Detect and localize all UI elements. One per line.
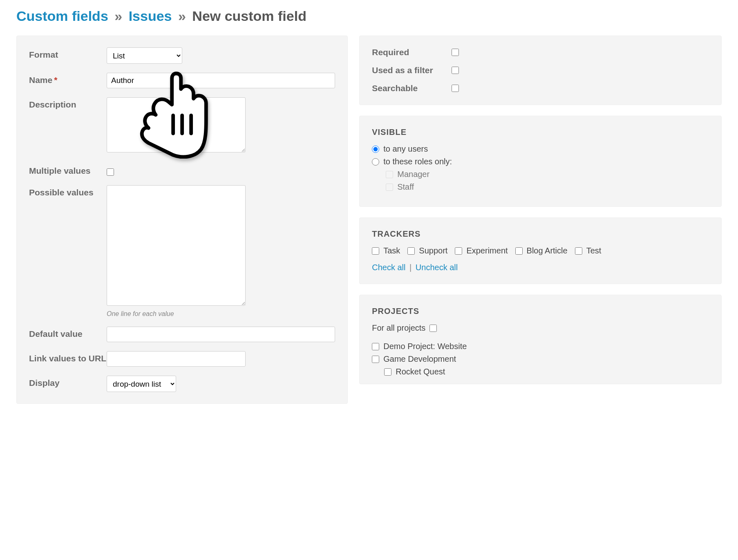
tracker-support-label: Support <box>419 246 447 255</box>
project-game-label: Game Development <box>383 354 456 364</box>
tracker-task-label: Task <box>383 246 400 255</box>
visible-roles-label: to these roles only: <box>383 157 452 166</box>
project-rocket-checkbox[interactable] <box>384 368 391 376</box>
role-staff-checkbox[interactable] <box>386 184 393 191</box>
name-label: Name* <box>29 73 107 85</box>
default-value-label: Default value <box>29 327 107 339</box>
visible-any-label: to any users <box>383 144 428 154</box>
tracker-test-label: Test <box>586 246 602 255</box>
role-manager-checkbox[interactable] <box>386 171 393 178</box>
required-checkbox[interactable] <box>452 49 459 56</box>
tracker-blog-checkbox[interactable] <box>515 247 523 255</box>
format-label: Format <box>29 47 107 60</box>
multiple-values-checkbox[interactable] <box>107 168 114 176</box>
project-game-checkbox[interactable] <box>372 356 379 363</box>
project-rocket-label: Rocket Quest <box>396 367 445 376</box>
link-values-input[interactable] <box>107 351 246 367</box>
for-all-projects-checkbox[interactable] <box>429 325 437 332</box>
link-values-label: Link values to URL <box>29 351 107 363</box>
description-textarea[interactable] <box>107 97 246 152</box>
breadcrumb-issues[interactable]: Issues <box>129 8 172 24</box>
for-all-projects-label: For all projects <box>372 323 425 333</box>
breadcrumb-custom-fields[interactable]: Custom fields <box>16 8 108 24</box>
left-panel: Format List Name* <box>16 36 348 404</box>
role-staff-label: Staff <box>397 182 414 192</box>
project-demo-label: Demo Project: Website <box>383 342 467 351</box>
used-as-filter-label: Used as a filter <box>372 65 452 75</box>
format-select[interactable]: List <box>107 47 182 64</box>
tracker-blog-label: Blog Article <box>527 246 568 255</box>
possible-values-hint: One line for each value <box>107 310 335 318</box>
separator-bar: | <box>409 263 411 272</box>
display-select[interactable]: drop-down list <box>107 376 176 392</box>
searchable-checkbox[interactable] <box>452 85 459 92</box>
project-demo-checkbox[interactable] <box>372 343 379 350</box>
breadcrumb-sep-icon: » <box>178 8 186 24</box>
breadcrumb-current: New custom field <box>192 8 306 24</box>
description-label: Description <box>29 97 107 110</box>
possible-values-textarea[interactable] <box>107 185 246 306</box>
check-all-link[interactable]: Check all <box>372 263 405 272</box>
required-asterisk-icon: * <box>54 75 57 85</box>
flags-panel: Required Used as a filter Searchable <box>359 36 722 105</box>
visible-panel: Visible to any users to these roles only… <box>359 116 722 207</box>
tracker-experiment-label: Experiment <box>466 246 508 255</box>
visible-roles-radio[interactable] <box>372 158 379 166</box>
breadcrumb-sep-icon: » <box>114 8 122 24</box>
tracker-support-checkbox[interactable] <box>407 247 415 255</box>
default-value-input[interactable] <box>107 327 335 342</box>
uncheck-all-link[interactable]: Uncheck all <box>416 263 458 272</box>
required-label: Required <box>372 47 452 57</box>
projects-panel: Projects For all projects Demo Project: … <box>359 295 722 384</box>
tracker-task-checkbox[interactable] <box>372 247 379 255</box>
role-manager-label: Manager <box>397 170 429 179</box>
searchable-label: Searchable <box>372 83 452 93</box>
used-as-filter-checkbox[interactable] <box>452 67 459 74</box>
multiple-values-label: Multiple values <box>29 164 107 176</box>
visible-title: Visible <box>372 128 709 137</box>
trackers-panel: Trackers Task Support Experiment Blog Ar… <box>359 217 722 284</box>
tracker-test-checkbox[interactable] <box>575 247 582 255</box>
breadcrumb: Custom fields » Issues » New custom fiel… <box>16 8 722 24</box>
trackers-title: Trackers <box>372 229 709 239</box>
name-input[interactable] <box>107 73 335 88</box>
possible-values-label: Possible values <box>29 185 107 197</box>
tracker-experiment-checkbox[interactable] <box>455 247 462 255</box>
projects-title: Projects <box>372 307 709 316</box>
display-label: Display <box>29 376 107 388</box>
visible-any-radio[interactable] <box>372 146 379 153</box>
